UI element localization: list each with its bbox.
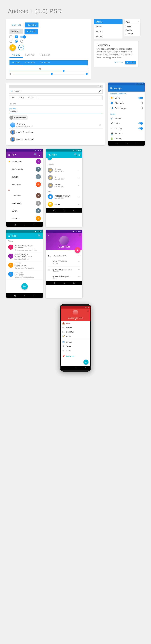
contact-dafei[interactable]: Dafei Merfy D: [6, 165, 43, 173]
more-button[interactable]: ⋮: [36, 96, 42, 100]
data-radio[interactable]: [140, 107, 143, 109]
radio-unchecked[interactable]: [10, 40, 12, 43]
inbox-fab[interactable]: ✏: [21, 283, 28, 290]
cut-button[interactable]: CUT: [9, 96, 17, 100]
inbox-search-icon[interactable]: 🔍: [38, 234, 41, 237]
sound-setting[interactable]: 🔊 Sound: [108, 116, 145, 121]
home-nav[interactable]: ○: [126, 142, 127, 144]
contact-aven[interactable]: Aven A: [6, 207, 43, 214]
tab-blue-1[interactable]: NO. ONE: [10, 60, 23, 66]
header-more-button[interactable]: ⋮: [78, 234, 81, 237]
raised-button-gray[interactable]: BUTTON: [10, 29, 23, 34]
contact-paco[interactable]: ★ Paco Xiao P: [6, 158, 43, 165]
home-nav-3[interactable]: ○: [64, 209, 65, 212]
fab-blue[interactable]: +: [18, 45, 24, 50]
state-2[interactable]: State 2: [94, 24, 122, 29]
copy-button[interactable]: COPY: [17, 96, 26, 100]
state-3[interactable]: State 3: [94, 29, 122, 34]
drawer-follow-up[interactable]: 📌 Follow Up: [60, 354, 90, 358]
home-nav-4[interactable]: ○: [24, 294, 25, 297]
folder-works[interactable]: 📁 Works Jan 26, 2018 ⋯: [46, 182, 82, 189]
folder-more-ui[interactable]: ⋯: [78, 176, 80, 179]
contact-aco[interactable]: Aco Xiao A: [6, 192, 43, 200]
recents-nav-4[interactable]: □: [34, 294, 35, 297]
contact-afei[interactable]: Afei Merfy A: [6, 200, 43, 207]
drawer-trash[interactable]: 🗑 Trash: [60, 344, 90, 348]
contacts-more-icon[interactable]: ⋮: [38, 153, 41, 156]
file-kitchen[interactable]: 🖼 kitchen ⋯: [46, 200, 82, 208]
font-dropdown[interactable]: Arial ▾ Calibri Courier Verdana: [124, 19, 140, 36]
back-button[interactable]: ←: [47, 234, 50, 237]
drawer-all-mail[interactable]: 📧 All Mail: [60, 340, 90, 344]
radio-unchecked-2[interactable]: [20, 40, 23, 43]
state-1[interactable]: State 1: [94, 19, 122, 24]
drawer-drafts[interactable]: 📝 Drafts: [60, 334, 90, 338]
back-nav-2[interactable]: ◁: [14, 223, 16, 226]
recents-nav[interactable]: □: [136, 142, 137, 144]
raised-button-2[interactable]: BUTTON: [24, 29, 38, 34]
voice-toggle[interactable]: [138, 122, 143, 124]
permissions-confirm[interactable]: BUTTON: [125, 61, 136, 64]
recents-nav-5[interactable]: □: [74, 282, 75, 284]
gmail-dropdown-icon[interactable]: ▾: [62, 319, 89, 320]
device-home[interactable]: ○: [75, 367, 76, 369]
email-close-1[interactable]: ✕: [99, 124, 101, 126]
font-calibri[interactable]: Calibri: [124, 24, 140, 28]
contacts-title[interactable]: All ▾: [12, 154, 32, 156]
bluetooth-setting[interactable]: 🔷 Bluetooth: [108, 100, 145, 106]
recents-nav-2[interactable]: □: [34, 223, 35, 226]
font-courier[interactable]: Courier: [124, 28, 140, 32]
flat-button-1[interactable]: BUTTON: [10, 22, 24, 28]
contact-aohao[interactable]: Ao Hao A: [6, 214, 43, 222]
inbox-item-2[interactable]: A Summer BBQ ♠ to Alex, Scott, Jennifer …: [6, 252, 43, 261]
device-back[interactable]: ◁: [65, 367, 66, 369]
inbox-item-1[interactable]: A Brunch this weekend? Ali Connors I'll …: [6, 243, 43, 252]
file-vacation[interactable]: 📄 Vacation Itinerary Jan 10, 2018 ⋯: [46, 193, 82, 200]
contacts-search-icon[interactable]: 🔍: [34, 153, 37, 156]
fab-yellow[interactable]: +: [10, 44, 16, 51]
state-4[interactable]: State 4: [94, 34, 122, 39]
folder-more-works[interactable]: ⋯: [78, 184, 80, 187]
toggle-switch[interactable]: [20, 36, 26, 38]
files-grid-icon[interactable]: ⊞: [78, 153, 80, 156]
back-nav[interactable]: ◁: [116, 142, 118, 144]
contact-star-fab[interactable]: ★: [75, 247, 80, 253]
folder-photos[interactable]: 📁 Photos Jan 9, 2018 ⋯: [46, 166, 82, 174]
drawer-inbox[interactable]: 📥 Inbox: [60, 321, 90, 326]
file-more-vacation[interactable]: ⋯: [78, 195, 80, 198]
inbox-item-4[interactable]: G Gao Hao Ever Design weibo.com/uerimpre…: [6, 270, 43, 280]
bluetooth-radio[interactable]: [140, 102, 143, 104]
permissions-cancel[interactable]: BUTTON: [113, 61, 124, 64]
hint-text-field[interactable]: [9, 102, 102, 106]
checkbox-checked[interactable]: [15, 36, 18, 38]
folder-ui[interactable]: 📁 UI Jan 18, 2018 ⋯: [46, 174, 82, 182]
home-nav-2[interactable]: ○: [24, 223, 25, 226]
contact-kaven[interactable]: Kaven K: [6, 173, 43, 180]
device-fab[interactable]: ✏: [84, 360, 88, 364]
display-toggle[interactable]: [138, 128, 143, 130]
files-search-icon[interactable]: 🔍: [74, 153, 77, 156]
display-setting[interactable]: 🖥 Display: [108, 126, 145, 131]
email-more-1[interactable]: ⋯: [78, 268, 80, 271]
slider-2[interactable]: [10, 71, 88, 71]
back-nav-3[interactable]: ◁: [53, 209, 55, 212]
home-nav-5[interactable]: ○: [64, 282, 65, 284]
raised-button-1[interactable]: BUTTON: [25, 22, 38, 28]
contact-gaohao[interactable]: Gao Hao G: [6, 180, 43, 188]
back-nav-4[interactable]: ◁: [14, 294, 16, 297]
tab-blue-3[interactable]: THE THIRD: [37, 60, 52, 66]
gmail-edit-icon[interactable]: ✏: [87, 310, 89, 312]
phone-more-1[interactable]: ⋯: [78, 254, 80, 257]
slider-1[interactable]: [10, 68, 88, 69]
tab-3[interactable]: THE THIRD: [37, 52, 52, 58]
files-fab[interactable]: +: [48, 156, 52, 160]
email-more-2[interactable]: ⋯: [78, 275, 80, 278]
tab-blue-2[interactable]: ITEM TWO: [23, 60, 37, 66]
drawer-spam[interactable]: ⚠ Spam: [60, 348, 90, 352]
voice-setting[interactable]: 🎤 Voice: [108, 121, 145, 126]
back-nav-5[interactable]: ◁: [53, 282, 55, 284]
tab-1[interactable]: NO. ONE: [10, 52, 23, 58]
phone-more-2[interactable]: ⋯: [78, 260, 80, 262]
wifi-toggle[interactable]: [138, 97, 143, 99]
file-more-kitchen[interactable]: ⋯: [78, 203, 80, 206]
